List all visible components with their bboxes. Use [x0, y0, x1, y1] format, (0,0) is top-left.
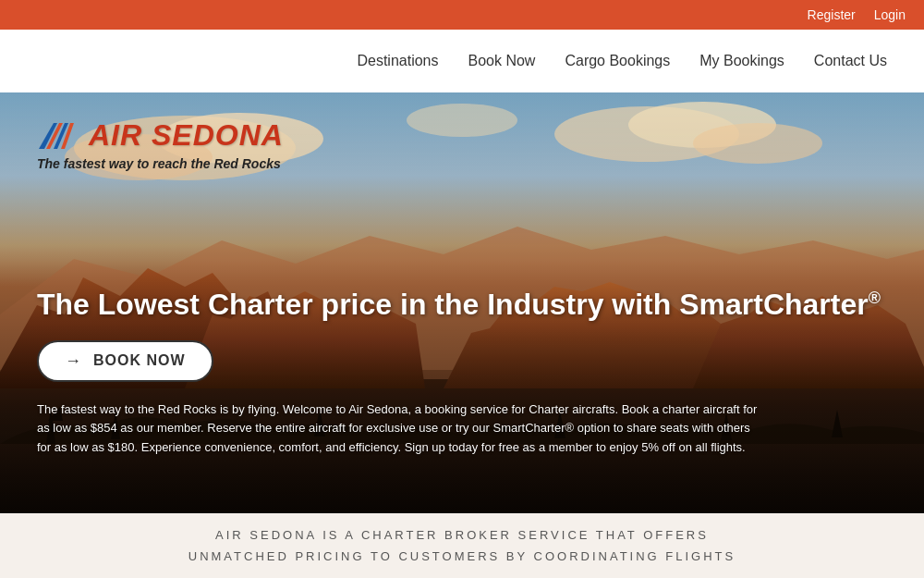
footer-text: AIR SEDONA IS A CHARTER BROKER SERVICE T…	[188, 524, 736, 568]
hero-section: AIR SEDONA The fastest way to reach the …	[0, 92, 924, 513]
nav-cargo-bookings[interactable]: Cargo Bookings	[565, 53, 670, 69]
arrow-icon: →	[65, 351, 82, 371]
hero-headline: The Lowest Charter price in the Industry…	[37, 288, 887, 322]
nav-my-bookings[interactable]: My Bookings	[699, 53, 784, 69]
utility-bar: Register Login	[0, 0, 924, 30]
footer-banner: AIR SEDONA IS A CHARTER BROKER SERVICE T…	[0, 513, 924, 578]
logo-tagline: The fastest way to reach the Red Rocks	[37, 156, 284, 171]
nav-book-now[interactable]: Book Now	[468, 53, 536, 69]
register-link[interactable]: Register	[808, 7, 856, 22]
nav-contact-us[interactable]: Contact Us	[814, 53, 887, 69]
hero-logo: AIR SEDONA The fastest way to reach the …	[37, 118, 284, 171]
login-link[interactable]: Login	[874, 7, 906, 22]
logo-name: AIR SEDONA	[89, 118, 284, 153]
svg-marker-12	[61, 123, 74, 149]
main-nav: Destinations Book Now Cargo Bookings My …	[0, 30, 924, 92]
nav-links: Destinations Book Now Cargo Bookings My …	[357, 53, 887, 69]
book-now-button[interactable]: → BOOK NOW	[37, 340, 213, 382]
hero-description: The fastest way to the Red Rocks is by f…	[37, 400, 758, 458]
hero-content: The Lowest Charter price in the Industry…	[37, 288, 887, 458]
logo-icon	[37, 119, 83, 153]
nav-destinations[interactable]: Destinations	[357, 53, 438, 69]
